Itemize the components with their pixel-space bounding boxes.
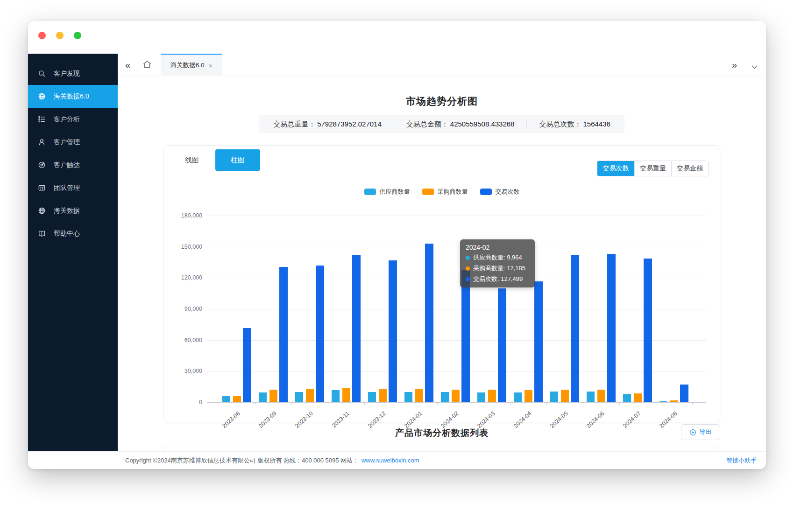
copyright-text: Copyright ©2024南京苏维博欣信息技术有限公司 版权所有 热线：40… <box>125 456 359 465</box>
website-link[interactable]: www.suweiboxin.com <box>362 457 419 464</box>
chart-bar-采购商数量-2023-08[interactable] <box>233 396 241 402</box>
stat-item: 交易总次数：1564436 <box>539 120 610 129</box>
x-axis-tick <box>364 402 365 405</box>
chart-bar-供应商数量-2023-12[interactable] <box>368 392 376 402</box>
chart-bar-供应商数量-2024-08[interactable] <box>659 401 667 402</box>
x-axis-line <box>207 402 706 403</box>
chart-tooltip: 2024-02 供应商数量: 9,964采购商数量: 12,185交易次数: 1… <box>460 239 535 287</box>
chart-bar-供应商数量-2023-08[interactable] <box>222 396 230 402</box>
chart-bar-供应商数量-2023-10[interactable] <box>295 392 303 402</box>
chart-type-tab-柱图[interactable]: 柱图 <box>215 149 260 171</box>
team-grid-icon <box>38 184 46 192</box>
chart-bar-采购商数量-2024-06[interactable] <box>597 390 605 402</box>
sidebar-item-客户触达[interactable]: 客户触达 <box>28 154 118 176</box>
y-axis-tick-label: 60,000 <box>164 337 202 343</box>
chart-bar-采购商数量-2024-04[interactable] <box>525 390 532 402</box>
x-axis-tick <box>255 402 255 405</box>
minimize-window-button[interactable] <box>56 32 64 39</box>
chart-legend: 供应商数量采购商数量交易次数 <box>164 188 720 196</box>
tooltip-row: 交易次数: 127,499 <box>466 275 529 283</box>
export-button[interactable]: 导出 <box>681 424 720 440</box>
chart-bar-供应商数量-2024-01[interactable] <box>404 392 412 402</box>
y-axis-tick-label: 180,000 <box>164 212 202 219</box>
chart-bar-采购商数量-2024-07[interactable] <box>634 393 642 402</box>
close-window-button[interactable] <box>38 32 46 39</box>
chart-bar-交易次数-2023-10[interactable] <box>316 266 324 402</box>
traffic-lights <box>38 32 81 39</box>
tooltip-title: 2024-02 <box>466 244 529 251</box>
main-area: « 海关数据6.0 × » 市场趋势分析图 <box>118 54 766 451</box>
tooltip-series-dot <box>466 277 470 281</box>
sidebar-item-label: 海关数据 <box>54 207 80 215</box>
legend-swatch <box>422 189 434 195</box>
chart-bar-采购商数量-2024-08[interactable] <box>670 400 678 402</box>
legend-item-供应商数量[interactable]: 供应商数量 <box>364 188 410 196</box>
sidebar-item-团队管理[interactable]: 团队管理 <box>28 176 118 199</box>
sidebar-item-客户发现[interactable]: 客户发现 <box>28 62 118 85</box>
chart-bar-采购商数量-2023-10[interactable] <box>306 389 314 402</box>
gridline <box>207 216 706 216</box>
metric-toggle-group: 交易次数交易重量交易金额 <box>597 161 709 176</box>
chart-bar-采购商数量-2023-09[interactable] <box>269 390 277 402</box>
chevron-down-icon[interactable] <box>751 63 758 71</box>
stat-separator <box>394 121 394 128</box>
chart-bar-交易次数-2023-12[interactable] <box>389 260 397 402</box>
chart-bar-供应商数量-2024-03[interactable] <box>477 392 485 402</box>
help-book-icon <box>38 230 46 238</box>
y-axis-tick-label: 150,000 <box>164 244 202 250</box>
tab-customs-data[interactable]: 海关数据6.0 × <box>161 54 222 76</box>
chart-bar-采购商数量-2023-11[interactable] <box>342 388 350 402</box>
chart-bar-供应商数量-2024-02[interactable] <box>441 392 449 402</box>
assistant-link[interactable]: 智搜小助手 <box>726 456 757 465</box>
chart-bar-交易次数-2023-11[interactable] <box>352 255 361 402</box>
metric-toggle-交易次数[interactable]: 交易次数 <box>597 161 634 176</box>
chart-bar-交易次数-2023-09[interactable] <box>279 267 288 402</box>
target-icon <box>38 161 46 169</box>
search-icon <box>38 70 46 77</box>
chart-bar-交易次数-2024-07[interactable] <box>644 259 652 402</box>
chart-bar-供应商数量-2024-05[interactable] <box>550 392 558 402</box>
chart-bar-交易次数-2024-02[interactable] <box>461 270 470 402</box>
sidebar-item-label: 客户管理 <box>54 138 80 147</box>
sidebar-item-label: 客户分析 <box>54 115 80 124</box>
chart-type-tab-线图[interactable]: 线图 <box>170 149 214 171</box>
chart-bar-采购商数量-2024-03[interactable] <box>488 390 496 402</box>
metric-toggle-交易重量[interactable]: 交易重量 <box>634 161 671 176</box>
sidebar-item-label: 客户触达 <box>54 161 80 169</box>
zoom-window-button[interactable] <box>74 32 81 39</box>
tooltip-series-dot <box>466 256 470 260</box>
x-axis-tick <box>583 402 583 405</box>
expand-tabs-icon[interactable]: » <box>732 54 737 76</box>
chart-bar-供应商数量-2024-06[interactable] <box>587 392 595 402</box>
chart-bar-交易次数-2024-05[interactable] <box>571 255 579 402</box>
sidebar-item-海关数据6.0[interactable]: 海关数据6.0 <box>28 85 118 108</box>
chart-bar-交易次数-2024-04[interactable] <box>534 281 543 402</box>
chart-bar-采购商数量-2024-05[interactable] <box>561 390 569 402</box>
sidebar-item-客户管理[interactable]: 客户管理 <box>28 131 118 154</box>
chart-bar-供应商数量-2024-04[interactable] <box>514 392 522 402</box>
home-icon[interactable] <box>142 59 152 71</box>
chart-bar-交易次数-2024-06[interactable] <box>607 254 616 402</box>
globe-icon <box>38 207 46 215</box>
tab-bar: « 海关数据6.0 × » <box>118 54 766 76</box>
chart-bar-交易次数-2024-01[interactable] <box>425 244 433 402</box>
tab-close-icon[interactable]: × <box>209 62 213 70</box>
gridline <box>207 247 706 247</box>
chart-bar-采购商数量-2023-12[interactable] <box>379 389 387 402</box>
chart-bar-采购商数量-2024-01[interactable] <box>415 389 423 402</box>
metric-toggle-交易金额[interactable]: 交易金额 <box>671 161 708 176</box>
chart-bar-交易次数-2024-08[interactable] <box>680 385 688 402</box>
chart-bar-交易次数-2024-03[interactable] <box>498 288 506 402</box>
collapse-sidebar-icon[interactable]: « <box>125 54 130 76</box>
sidebar-item-客户分析[interactable]: 客户分析 <box>28 108 118 131</box>
chart-bar-供应商数量-2024-07[interactable] <box>623 394 631 402</box>
sidebar-item-帮助中心[interactable]: 帮助中心 <box>28 222 118 245</box>
chart-bar-供应商数量-2023-09[interactable] <box>259 392 267 402</box>
legend-item-采购商数量[interactable]: 采购商数量 <box>422 188 468 196</box>
legend-swatch <box>364 189 376 195</box>
chart-bar-采购商数量-2024-02[interactable] <box>452 390 460 402</box>
chart-bar-供应商数量-2023-11[interactable] <box>332 390 340 402</box>
chart-bar-交易次数-2023-08[interactable] <box>243 328 251 402</box>
legend-item-交易次数[interactable]: 交易次数 <box>480 188 520 196</box>
sidebar-item-海关数据[interactable]: 海关数据 <box>28 199 118 222</box>
